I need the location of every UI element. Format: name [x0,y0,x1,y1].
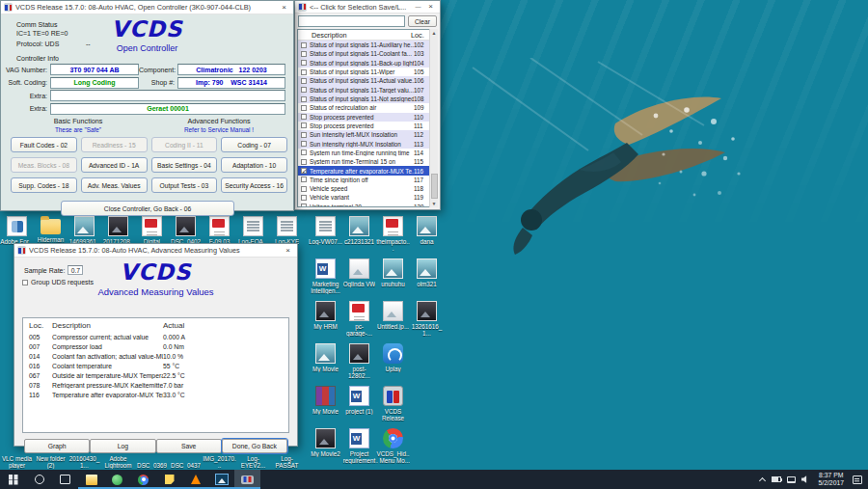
desktop-icon[interactable]: theimpacto... [376,216,410,252]
checkbox-icon[interactable] [301,69,307,75]
vlc-icon[interactable] [182,470,208,489]
function-button[interactable]: Coding II - 11 [151,137,218,152]
checkbox-icon[interactable] [301,177,307,182]
list-item[interactable]: Time since ignition off 117 [298,176,437,184]
checkbox-icon[interactable] [301,149,307,155]
list-item[interactable]: Status of input signals 11-Wiper 105 [298,68,437,76]
desktop-icon[interactable]: Marketing Intelligen... [309,258,342,294]
start-icon[interactable] [0,470,26,489]
checkbox-icon[interactable] [301,51,307,57]
desktop-icon[interactable]: Oglinda VW [342,258,376,294]
checkbox-icon[interactable] [301,159,307,165]
function-button[interactable]: Meas. Blocks - 08 [11,157,77,173]
desktop-icon[interactable]: pc-garage-... [342,301,376,337]
function-button[interactable]: Output Tests - 03 [151,177,218,193]
amv-titlebar[interactable]: VCDS Release 15.7.0: 08-Auto HVAC, Advan… [14,244,297,258]
checkbox-icon[interactable] [301,114,307,120]
scrollbar-thumb[interactable] [431,174,438,199]
list-item[interactable]: Stop process prevented 110 [298,113,437,122]
desktop-icon[interactable]: project (1) [342,386,376,421]
list-item[interactable]: Status of input signals 11-Auxiliary he.… [298,41,437,49]
checkbox-icon[interactable] [301,168,307,174]
list-item[interactable]: Temperature after evaporator-MUX Te... 1… [298,166,437,175]
list-item[interactable]: Sun intensity right-MUX Insolation 113 [298,139,437,148]
desktop-icon[interactable]: Project requirements [342,428,376,464]
checkbox-icon[interactable] [301,195,307,201]
desktop-icon[interactable]: VCDS_Hid... Menu Mo... [376,428,410,464]
scrollbar[interactable] [429,29,438,207]
list-item[interactable]: Status of input signals 11-Back-up light… [298,59,437,68]
save-button[interactable]: Save [156,439,222,453]
function-button[interactable]: Coding - 07 [221,137,287,152]
list-item[interactable]: System run time-Terminal 15 on 115 [298,157,437,166]
list-item[interactable]: Status of input signals 11-Target valu..… [298,86,437,95]
function-button[interactable]: Security Access - 16 [221,177,287,193]
task-view-icon[interactable] [52,470,78,489]
photos-icon[interactable] [208,470,234,489]
checkbox-icon[interactable] [301,87,307,93]
scroll-down-icon[interactable] [432,200,437,207]
green-app-icon[interactable] [104,470,130,489]
open-controller-titlebar[interactable]: VCDS Release 15.7.0: 08-Auto HVAC, Open … [1,1,293,14]
desktop-icon[interactable]: 13261616_1... [410,301,444,337]
chrome-icon[interactable] [130,470,156,489]
selection-search-input[interactable] [298,15,405,27]
network-icon[interactable] [784,470,799,489]
desktop-icon[interactable]: Untitled.jp... [376,301,410,337]
desktop-icon[interactable]: olm321 [410,258,444,294]
list-item[interactable]: Status of input signals 11-Not assigned … [298,95,437,103]
list-item[interactable]: Stop process prevented 111 [298,122,437,130]
done-go-back-button[interactable]: Done, Go Back [222,439,287,453]
function-button[interactable]: Advanced ID - 1A [81,157,148,173]
close-icon[interactable] [278,2,290,14]
minimize-icon[interactable] [412,1,424,13]
checkbox-icon[interactable] [301,78,307,84]
volume-icon[interactable] [799,470,813,489]
clock[interactable]: 8:37 PM 5/2/2017 [813,472,850,487]
desktop-icon[interactable]: post-12802... [342,343,376,379]
list-item[interactable]: Sun intensity left-MUX Insolation 112 [298,130,437,139]
desktop-icon[interactable]: My HRM [309,301,342,337]
function-button[interactable]: Basic Settings - 04 [151,157,218,173]
checkbox-icon[interactable] [301,204,307,207]
search-icon[interactable] [26,470,52,489]
function-button[interactable]: Adv. Meas. Values [81,177,148,193]
battery-icon[interactable] [770,470,784,489]
function-button[interactable]: Fault Codes - 02 [11,137,77,152]
checkbox-icon[interactable] [301,42,307,48]
sticky-notes-icon[interactable] [156,470,182,489]
graph-button[interactable]: Graph [24,439,90,453]
checkbox-icon[interactable] [301,105,307,111]
list-item[interactable]: System run time-Engine running time 114 [298,149,437,157]
action-center-icon[interactable] [850,470,864,489]
desktop-icon[interactable]: Log-VW07... [309,216,342,252]
clear-button[interactable]: Clear [408,15,437,27]
desktop-icon[interactable]: My Movie [309,343,342,379]
list-item[interactable]: Status of recirculation air 109 [298,103,437,112]
checkbox-icon[interactable] [301,96,307,102]
log-button[interactable]: Log [90,439,155,453]
list-item[interactable]: Voltage terminal 30 120 [298,203,437,207]
function-button[interactable]: Adaptation - 10 [221,157,287,173]
desktop-icon[interactable]: c21231321 [342,216,376,252]
vcds-icon[interactable] [234,470,260,489]
desktop-icon[interactable]: VCDS Release 15.7 [376,386,410,421]
function-button[interactable]: Supp. Codes - 18 [11,177,77,193]
checkbox-icon[interactable] [301,186,307,192]
checkbox-icon[interactable] [301,122,307,128]
list-item[interactable]: Status of input signals 11-Actual value.… [298,76,437,85]
checkbox-icon[interactable] [301,60,307,66]
function-button[interactable]: Readiness - 15 [81,137,148,152]
desktop-icon[interactable]: dana [410,216,444,252]
checkbox-icon[interactable] [301,141,307,147]
desktop-icon[interactable]: My Movie [309,386,342,421]
list-item[interactable]: Vehicle variant 119 [298,193,437,202]
scroll-up-icon[interactable] [432,29,437,37]
list-item[interactable]: Status of input signals 11-Coolant fa...… [298,49,437,58]
file-explorer-icon[interactable] [78,470,104,489]
close-icon[interactable] [424,1,437,13]
desktop-icon[interactable]: unuhuhu [376,258,410,294]
close-controller-button[interactable]: Close Controller, Go Back - 06 [61,201,234,216]
list-item[interactable]: Vehicle speed 118 [298,184,437,193]
hidden-icons-caret-icon[interactable] [755,470,770,489]
